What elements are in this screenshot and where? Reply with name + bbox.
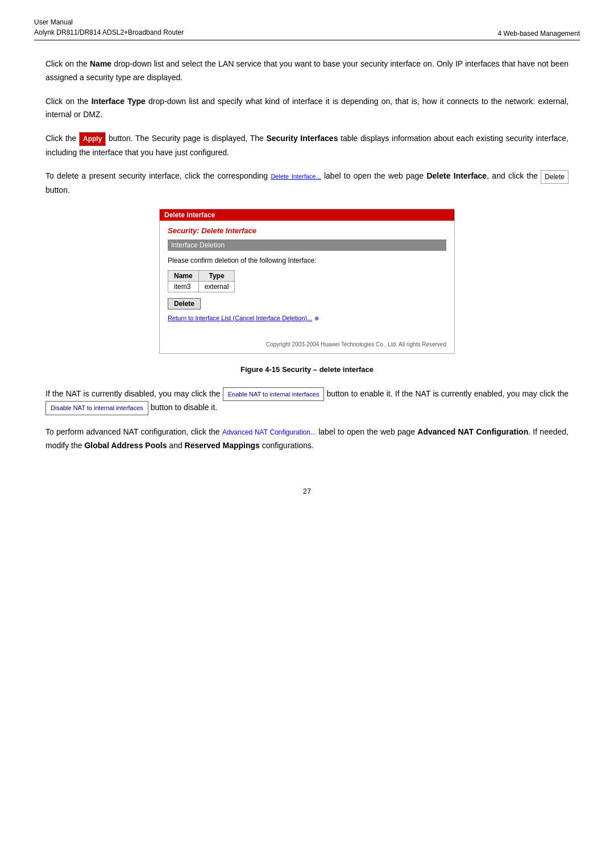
- nat-post: button to disable it.: [148, 403, 217, 412]
- page-header: User Manual Aolynk DR811/DR814 ADSL2+Bro…: [34, 17, 580, 40]
- para-2: Click on the Interface Type drop-down li…: [45, 95, 569, 122]
- main-content: Click on the Name drop-down list and sel…: [34, 57, 580, 495]
- page-number: 27: [45, 487, 569, 495]
- advanced-pre: To perform advanced NAT configuration, c…: [45, 427, 222, 436]
- global-address-pools-bold: Global Address Pools: [84, 441, 167, 450]
- para-3: Click the Apply button. The Security pag…: [45, 132, 569, 159]
- screenshot-delete-button[interactable]: Delete: [168, 298, 201, 309]
- apply-button[interactable]: Apply: [79, 132, 106, 146]
- reserved-mappings-bold: Reserved Mappings: [185, 441, 260, 450]
- para-4-mid: label to open the web page: [321, 171, 427, 180]
- col-header-name: Name: [168, 270, 199, 281]
- nat-pre: If the NAT is currently disabled, you ma…: [45, 389, 223, 398]
- advanced-nat-para: To perform advanced NAT configuration, c…: [45, 425, 569, 453]
- para-4-post: button.: [45, 185, 70, 195]
- header-line2: Aolynk DR811/DR814 ADSL2+Broadband Route…: [34, 27, 184, 38]
- screenshot-title-bar: Delete Interface: [160, 209, 454, 221]
- name-bold: Name: [90, 59, 111, 68]
- enable-nat-button[interactable]: Enable NAT to internal interfaces: [223, 387, 324, 402]
- advanced-mid3: and: [167, 441, 184, 450]
- header-left: User Manual Aolynk DR811/DR814 ADSL2+Bro…: [34, 17, 184, 38]
- nat-para: If the NAT is currently disabled, you ma…: [45, 387, 569, 415]
- return-link-icon: ⊕: [314, 315, 319, 321]
- nat-mid: button to enable it. If the NAT is curre…: [324, 389, 569, 398]
- advanced-post: configurations.: [260, 441, 314, 450]
- screenshot-section-header: Interface Deletion: [168, 239, 446, 251]
- header-right: 4 Web-based Management: [497, 30, 580, 38]
- table-header-row: Name Type: [168, 270, 235, 281]
- table-cell-name: item3: [168, 281, 199, 292]
- col-header-type: Type: [198, 270, 235, 281]
- para-1: Click on the Name drop-down list and sel…: [45, 57, 569, 85]
- screenshot-inner: Security: Delete Interface Interface Del…: [160, 221, 454, 353]
- figure-caption-text: Security – delete interface: [282, 365, 374, 374]
- screenshot-heading: Security: Delete Interface: [168, 226, 446, 235]
- para-3-pre: Click the: [45, 134, 79, 143]
- delete-button-inline[interactable]: Delete: [541, 170, 569, 184]
- delete-interface-link[interactable]: Delete Interface...: [271, 173, 321, 180]
- advanced-mid: label to open the web page: [316, 427, 417, 436]
- page-container: User Manual Aolynk DR811/DR814 ADSL2+Bro…: [0, 0, 614, 530]
- interface-type-bold: Interface Type: [92, 97, 146, 106]
- advanced-nat-link[interactable]: Advanced NAT Configuration...: [222, 428, 316, 436]
- figure-number: Figure 4-15: [240, 365, 280, 374]
- para-4: To delete a present security interface, …: [45, 170, 569, 197]
- disable-nat-button[interactable]: Disable NAT to internal interfaces: [45, 401, 148, 415]
- delete-interface-bold: Delete Interface: [426, 171, 487, 180]
- figure-caption: Figure 4-15 Security – delete interface: [45, 365, 569, 374]
- advanced-nat-config-bold: Advanced NAT Configuration: [417, 427, 528, 436]
- header-line1: User Manual: [34, 17, 184, 27]
- screenshot-box: Delete Interface Security: Delete Interf…: [159, 209, 455, 354]
- para-4-mid2: , and click the: [487, 171, 541, 180]
- screenshot-copyright: Copyright 2003-2004 Huawei Technologies …: [168, 339, 446, 348]
- screenshot-confirm-text: Please confirm deletion of the following…: [168, 257, 446, 264]
- screenshot-table: Name Type item3 external: [168, 270, 235, 292]
- screenshot-return-link-container: Return to Interface List (Cancel Interfa…: [168, 314, 446, 322]
- security-interfaces-bold: Security Interfaces: [266, 134, 338, 143]
- para-4-pre: To delete a present security interface, …: [45, 171, 271, 180]
- return-link[interactable]: Return to Interface List (Cancel Interfa…: [168, 315, 312, 321]
- table-cell-type: external: [198, 281, 235, 292]
- table-row: item3 external: [168, 281, 235, 292]
